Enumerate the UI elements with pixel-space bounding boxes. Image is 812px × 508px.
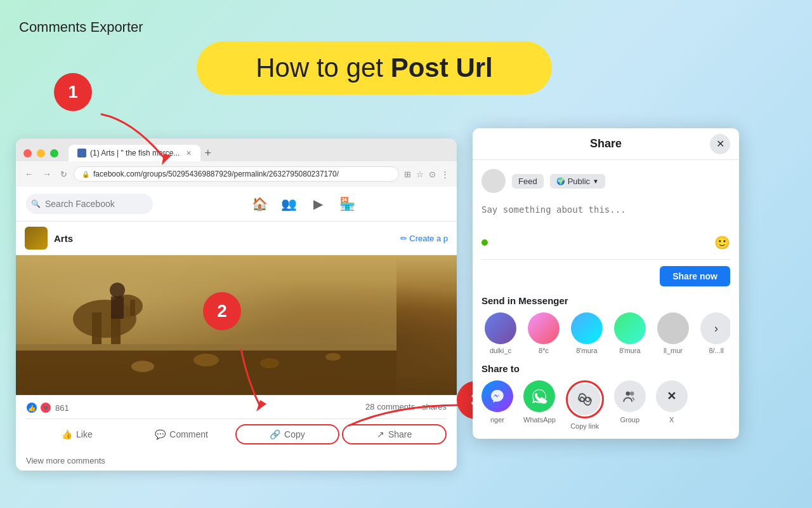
ssl-icon: 🔒 xyxy=(82,171,89,178)
svg-point-17 xyxy=(630,391,634,396)
copylink-share-icon[interactable] xyxy=(569,384,601,415)
x-share-icon[interactable]: ✕ xyxy=(656,380,688,412)
contact-name-2: 8*c xyxy=(539,347,549,354)
contact-avatar-4 xyxy=(614,312,646,344)
search-input[interactable] xyxy=(26,194,153,214)
say-something-footer: 🙂 xyxy=(481,232,730,253)
copylink-svg xyxy=(577,392,593,407)
comment-icon: 💬 xyxy=(155,429,166,439)
create-post-link[interactable]: ✏ Create a p xyxy=(400,234,448,243)
group-icon-img xyxy=(25,227,48,250)
copy-label: Copy xyxy=(284,429,305,439)
contact-avatar-wrap xyxy=(528,312,560,344)
search-icon: 🔍 xyxy=(31,199,41,208)
audience-button[interactable]: 🌍 Public ▼ xyxy=(550,174,605,189)
share-to-group[interactable]: Group xyxy=(614,380,646,424)
contact-avatar-3 xyxy=(571,312,603,344)
messenger-svg xyxy=(490,389,505,404)
svg-rect-1 xyxy=(16,344,396,395)
svg-rect-4 xyxy=(92,312,102,344)
copy-icon: 🔗 xyxy=(270,429,280,439)
contact-avatar-5 xyxy=(657,312,689,344)
modal-body: Feed 🌍 Public ▼ 🙂 Share now Send in Mess… xyxy=(473,160,739,439)
contact-item[interactable]: ll_mur xyxy=(654,312,692,354)
contact-item[interactable]: 8*c xyxy=(525,312,563,354)
nav-icons: ⊞ ☆ ⊙ ⋮ xyxy=(403,168,450,180)
messenger-contacts: dulki_c 8*c 8'mura 8'mura xyxy=(481,312,730,354)
bookmark-icon[interactable]: ☆ xyxy=(415,168,425,180)
whatsapp-share-icon[interactable] xyxy=(523,380,555,412)
search-bar-wrap: 🔍 xyxy=(26,194,153,214)
group-bar: Arts ✏ Create a p xyxy=(16,222,457,255)
share-modal: Share ✕ Feed 🌍 Public ▼ 🙂 Share now xyxy=(473,128,739,439)
marketplace-nav-icon[interactable]: 🏪 xyxy=(334,192,361,216)
group-name: Arts xyxy=(54,233,73,244)
copylink-highlight-ring xyxy=(566,380,604,418)
send-in-messenger-label: Send in Messenger xyxy=(481,295,730,306)
step-badge-1: 1 xyxy=(54,73,92,111)
modal-header: Share ✕ xyxy=(473,128,739,160)
friends-nav-icon[interactable]: 👥 xyxy=(276,192,303,216)
contact-item[interactable]: 8'mura xyxy=(568,312,606,354)
comment-button[interactable]: 💬 Comment xyxy=(131,424,233,444)
menu-icon[interactable]: ⋮ xyxy=(440,168,450,180)
app-title: Comments Exporter xyxy=(19,19,143,36)
window-dot-red[interactable] xyxy=(23,149,32,157)
messenger-share-icon[interactable] xyxy=(481,380,513,412)
forward-button[interactable]: → xyxy=(40,168,54,180)
group-share-icon[interactable] xyxy=(614,380,646,412)
painting-svg xyxy=(16,255,396,395)
group-icon xyxy=(25,227,48,250)
screenshot-icon[interactable]: ⊞ xyxy=(403,168,412,180)
share-to-icons: nger WhatsApp xyxy=(481,380,730,430)
group-share-label: Group xyxy=(620,416,639,424)
share-now-button[interactable]: Share now xyxy=(660,266,730,286)
like-label: Like xyxy=(76,429,93,439)
contact-item[interactable]: 8'mura xyxy=(611,312,649,354)
whatsapp-share-label: WhatsApp xyxy=(523,416,556,424)
contact-avatar-1 xyxy=(485,312,516,344)
view-more-comments[interactable]: View more comments xyxy=(16,451,457,471)
like-reaction: 👍 xyxy=(26,402,37,413)
heart-reaction: ❤ xyxy=(40,402,51,413)
contact-more-item[interactable]: › 8/...ll xyxy=(697,312,730,354)
profile-icon[interactable]: ⊙ xyxy=(428,168,437,180)
like-button[interactable]: 👍 Like xyxy=(26,424,128,444)
home-nav-icon[interactable]: 🏠 xyxy=(247,192,273,216)
modal-close-button[interactable]: ✕ xyxy=(710,134,730,154)
share-user-row: Feed 🌍 Public ▼ xyxy=(481,169,730,193)
share-user-avatar xyxy=(481,169,506,193)
back-button[interactable]: ← xyxy=(22,168,36,180)
contact-more-label: 8/...ll xyxy=(709,347,723,354)
contact-avatar-wrap xyxy=(614,312,646,344)
window-dot-yellow[interactable] xyxy=(37,149,45,157)
svg-rect-9 xyxy=(111,297,124,319)
copylink-share-label: Copy link xyxy=(570,422,599,430)
contact-item[interactable]: dulki_c xyxy=(481,312,520,354)
feed-button[interactable]: Feed xyxy=(512,174,544,189)
contact-avatar-wrap xyxy=(485,312,516,344)
fb-header: 🔍 🏠 👥 ▶ 🏪 xyxy=(16,187,457,222)
fb-nav-icons: 🏠 👥 ▶ 🏪 xyxy=(160,192,447,216)
arrow-1 xyxy=(70,108,184,171)
new-tab-button[interactable]: + xyxy=(204,147,211,160)
say-something-section: 🙂 xyxy=(481,199,730,260)
window-dot-green[interactable] xyxy=(50,149,58,157)
share-to-whatsapp[interactable]: WhatsApp xyxy=(523,380,556,424)
share-to-copylink[interactable]: Copy link xyxy=(566,380,604,430)
arrow-2 xyxy=(209,343,285,419)
copy-button[interactable]: 🔗 Copy xyxy=(235,424,340,444)
svg-point-16 xyxy=(625,391,630,396)
post-stats-left: 👍 ❤ 861 xyxy=(26,402,69,413)
refresh-button[interactable]: ↻ xyxy=(58,168,70,180)
contact-more-button[interactable]: › xyxy=(700,312,730,344)
svg-point-8 xyxy=(110,283,125,298)
emoji-icon[interactable]: 🙂 xyxy=(714,232,730,253)
say-something-input[interactable] xyxy=(481,199,730,230)
share-to-x[interactable]: ✕ X xyxy=(656,380,688,424)
svg-rect-7 xyxy=(130,300,135,316)
tab-close[interactable]: ✕ xyxy=(186,149,192,157)
watch-nav-icon[interactable]: ▶ xyxy=(305,192,332,216)
share-to-messenger[interactable]: nger xyxy=(481,380,513,424)
contact-avatar-wrap xyxy=(657,312,689,344)
